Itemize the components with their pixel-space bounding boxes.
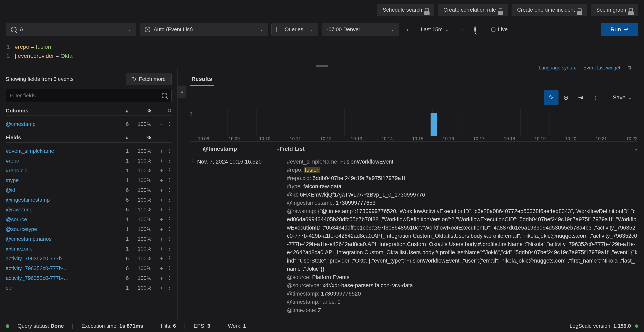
event-row[interactable]: ⋮ Nov. 7, 2024 10:16:16.520 #event_simpl…: [190, 155, 638, 317]
more-icon[interactable]: ⋮: [167, 197, 172, 203]
drag-handle[interactable]: [316, 65, 328, 67]
add-icon[interactable]: +: [160, 206, 163, 213]
view-dropdown[interactable]: Auto (Event List) ⌄: [140, 23, 268, 36]
time-range-dropdown[interactable]: Last 15m⌄: [416, 23, 454, 35]
more-icon[interactable]: ⋮: [167, 167, 172, 174]
field-row[interactable]: @source1100%+⋮: [6, 215, 172, 224]
filter-input[interactable]: [10, 92, 162, 99]
field-row[interactable]: #repo1100%+⋮: [6, 156, 172, 166]
more-icon[interactable]: ⋮: [167, 236, 172, 242]
create-incident-button[interactable]: Create one-time incident: [512, 4, 587, 16]
more-icon[interactable]: ⋮: [167, 148, 172, 154]
more-icon[interactable]: ⋮: [167, 255, 172, 262]
expand-icon[interactable]: ⇅: [628, 65, 632, 71]
filter-fields-input[interactable]: [6, 89, 172, 102]
field-row[interactable]: activity_796352c0-777b-…6100%+⋮: [6, 264, 172, 273]
create-correlation-button[interactable]: Create correlation rule: [438, 4, 508, 16]
schedule-search-label: Schedule search: [382, 7, 422, 13]
more-icon[interactable]: ⋮: [167, 121, 172, 128]
lock-icon: [629, 8, 633, 12]
add-icon[interactable]: +: [160, 265, 163, 272]
more-icon[interactable]: ⋮: [167, 187, 172, 193]
field-row[interactable]: #repo.cid1100%+⋮: [6, 166, 172, 175]
more-icon[interactable]: ⋮: [167, 158, 172, 164]
add-icon[interactable]: +: [160, 275, 163, 282]
sort-icon[interactable]: ↓: [22, 135, 25, 141]
collapse-sidebar-button[interactable]: «: [178, 86, 186, 98]
sort-tool-button[interactable]: ↕: [588, 90, 602, 105]
query-editor[interactable]: 1 #repo = fusion 2 | event.provider = Ok…: [0, 39, 644, 64]
add-icon[interactable]: +: [160, 216, 163, 223]
timezone-dropdown[interactable]: -07:00 Denver ⌄: [322, 23, 399, 36]
add-icon[interactable]: +: [160, 148, 163, 154]
field-row[interactable]: @ingesttimestamp6100%+⋮: [6, 195, 172, 205]
status-indicator-icon: [6, 324, 10, 328]
next-time-button[interactable]: ›: [457, 23, 467, 36]
prev-time-button[interactable]: ‹: [402, 23, 412, 36]
more-icon[interactable]: ⋮: [167, 177, 172, 184]
field-value: FusionWorkflowEvent: [340, 159, 394, 165]
schedule-search-button[interactable]: Schedule search: [377, 4, 434, 16]
fieldlist-column-header[interactable]: Field List⌄: [280, 146, 638, 152]
more-icon[interactable]: ⋮: [167, 206, 172, 213]
field-row[interactable]: #event_simpleName1100%+⋮: [6, 146, 172, 156]
field-key: #type: [287, 183, 300, 189]
zoom-out-button[interactable]: [470, 23, 480, 36]
language-syntax-link[interactable]: Language syntax: [539, 65, 576, 71]
execution-time: Execution time: 1s 871ms: [82, 323, 143, 329]
field-row[interactable]: activity_796352c0-777b-…6100%+⋮: [6, 273, 172, 283]
more-icon[interactable]: ⋮: [167, 216, 172, 223]
column-row-timestamp[interactable]: @timestamp 6 100% −⋮: [6, 119, 172, 129]
field-row[interactable]: activity_796352c0-777b-…6100%+⋮: [6, 254, 172, 264]
lock-icon: [578, 8, 582, 12]
field-value: 0: [338, 299, 340, 305]
add-icon[interactable]: +: [160, 158, 163, 164]
run-button[interactable]: Run↵: [601, 23, 638, 36]
field-pct: 100%: [129, 177, 151, 183]
field-pct: 100%: [129, 216, 151, 223]
field-row[interactable]: #type1100%+⋮: [6, 175, 172, 185]
field-row[interactable]: @rawstring6100%+⋮: [6, 205, 172, 215]
add-icon[interactable]: +: [160, 177, 163, 184]
field-row[interactable]: @sourcetype1100%+⋮: [6, 224, 172, 234]
scope-dropdown[interactable]: All ⌄: [6, 23, 136, 36]
field-count: 6: [114, 197, 129, 203]
more-icon[interactable]: ⋮: [167, 275, 172, 282]
more-icon[interactable]: ⋮: [167, 246, 172, 252]
more-icon[interactable]: ⋮: [167, 226, 172, 233]
event-list-widget-link[interactable]: Event List widget: [584, 65, 620, 71]
wrap-tool-button[interactable]: ⇥: [573, 90, 588, 105]
add-icon[interactable]: +: [160, 197, 163, 203]
y-tick: 3: [190, 111, 192, 117]
live-toggle[interactable]: Live: [483, 23, 512, 35]
add-icon[interactable]: +: [160, 246, 163, 252]
event-field-line: #type: falcon-raw-data: [287, 182, 638, 191]
edit-tool-button[interactable]: ✎: [544, 90, 558, 105]
more-icon[interactable]: ⋮: [167, 265, 172, 272]
tab-results[interactable]: Results: [190, 73, 214, 86]
add-icon[interactable]: +: [160, 236, 163, 242]
queries-dropdown[interactable]: Queries ⌄: [272, 23, 318, 36]
add-icon[interactable]: +: [160, 255, 163, 262]
add-icon[interactable]: +: [160, 167, 163, 174]
field-row[interactable]: @timezone1100%+⋮: [6, 244, 172, 254]
remove-icon[interactable]: −: [160, 121, 163, 128]
field-row[interactable]: @timestamp.nanos1100%+⋮: [6, 234, 172, 244]
row-menu-icon[interactable]: ⋮: [190, 158, 197, 315]
add-icon[interactable]: +: [160, 285, 163, 291]
save-button[interactable]: Save⌄: [607, 91, 638, 105]
more-icon[interactable]: ⋮: [167, 285, 172, 291]
see-in-graph-button[interactable]: See in graph: [591, 4, 638, 16]
field-row[interactable]: @id6100%+⋮: [6, 185, 172, 195]
query-toolbar: All ⌄ Auto (Event List) ⌄ Queries ⌄ -07:…: [0, 20, 644, 39]
crosshair-tool-button[interactable]: ⊕: [558, 90, 573, 105]
refresh-columns-button[interactable]: ↻: [151, 108, 172, 114]
add-icon[interactable]: +: [160, 187, 163, 193]
timestamp-column-header[interactable]: @timestamp⌄: [190, 146, 280, 152]
fetch-more-button[interactable]: ↻Fetch more: [126, 73, 172, 85]
field-row[interactable]: cid1100%+⋮: [6, 283, 172, 293]
timeline-chart[interactable]: 3 10:0810:0910:1010:1110:1210:1310:1410:…: [190, 109, 638, 142]
field-pct: 100%: [129, 187, 151, 193]
main-content: Showing fields from 6 events ↻Fetch more…: [0, 68, 644, 323]
add-icon[interactable]: +: [160, 226, 163, 233]
